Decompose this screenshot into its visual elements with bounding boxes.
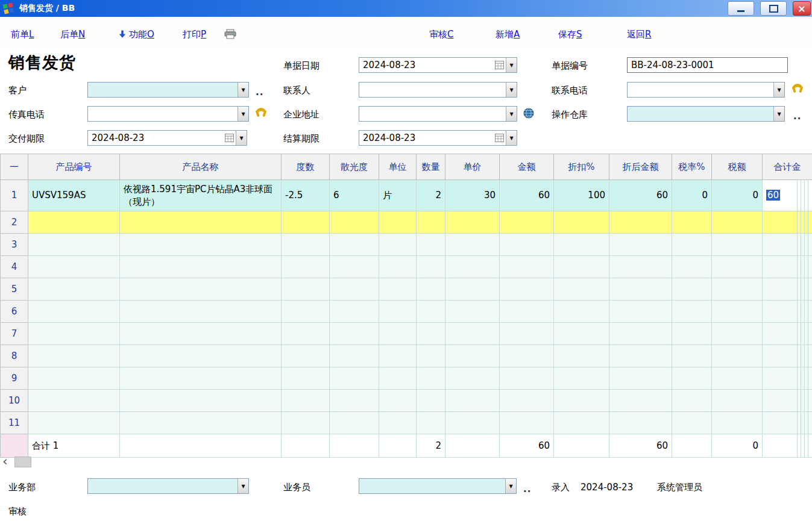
grid-cell[interactable]: 0	[712, 180, 763, 211]
grid-cell[interactable]	[120, 278, 282, 301]
grid-cell[interactable]	[417, 323, 445, 345]
grid-cell[interactable]	[445, 345, 500, 367]
dropdown-arrow-icon[interactable]: ▼	[773, 107, 784, 121]
return-button[interactable]: 返回R	[627, 29, 651, 40]
grid-cell[interactable]	[609, 211, 672, 234]
grid-cell[interactable]	[554, 367, 609, 390]
grid-cell[interactable]	[712, 412, 763, 434]
grid-cell[interactable]	[500, 211, 554, 234]
dropdown-arrow-icon[interactable]: ▼	[506, 107, 517, 121]
dropdown-arrow-icon[interactable]: ▼	[773, 83, 784, 97]
grid-cell[interactable]	[672, 367, 712, 390]
grid-cell[interactable]	[554, 323, 609, 345]
row-number-cell[interactable]: 10	[1, 390, 28, 412]
grid-cell[interactable]	[712, 278, 763, 301]
salesman-browse-button[interactable]: ..	[523, 484, 531, 494]
grid-cell[interactable]	[554, 345, 609, 367]
grid-cell[interactable]	[417, 301, 445, 323]
grid-cell[interactable]	[282, 367, 330, 390]
table-row[interactable]: 6	[1, 301, 812, 323]
grid-cell[interactable]	[379, 323, 417, 345]
grid-cell[interactable]	[609, 301, 672, 323]
grid-cell[interactable]	[445, 278, 500, 301]
grid-cell[interactable]	[808, 345, 812, 367]
dropdown-arrow-icon[interactable]: ▼	[506, 131, 517, 145]
maximize-button[interactable]	[760, 1, 787, 16]
grid-cell[interactable]	[808, 278, 812, 301]
col-header-product-name[interactable]: 产品名称	[120, 154, 282, 180]
grid-cell[interactable]	[500, 412, 554, 434]
grid-cell[interactable]	[808, 412, 812, 434]
grid-cell[interactable]	[120, 323, 282, 345]
fax-combo[interactable]: ▼	[87, 106, 249, 122]
grid-cell[interactable]	[379, 211, 417, 234]
grid-cell[interactable]	[763, 367, 798, 390]
grid-cell[interactable]	[763, 345, 798, 367]
col-header-qty[interactable]: 数量	[417, 154, 445, 180]
dropdown-arrow-icon[interactable]: ▼	[506, 58, 517, 72]
grid-cell[interactable]	[672, 211, 712, 234]
grid-cell[interactable]	[808, 180, 812, 211]
grid-cell[interactable]	[554, 278, 609, 301]
customer-browse-button[interactable]: ..	[256, 87, 263, 98]
grid-cell[interactable]	[763, 301, 798, 323]
grid-cell[interactable]	[282, 412, 330, 434]
phone-icon[interactable]	[254, 107, 268, 119]
grid-cell[interactable]: 6	[330, 180, 379, 211]
col-header-amount[interactable]: 金额	[500, 154, 554, 180]
salesman-combo[interactable]: ▼	[359, 478, 517, 494]
grid-cell[interactable]	[330, 256, 379, 278]
grid-cell[interactable]	[609, 256, 672, 278]
dropdown-arrow-icon[interactable]: ▼	[238, 479, 248, 493]
row-number-cell[interactable]: 1	[1, 180, 28, 211]
row-number-cell[interactable]: 2	[1, 211, 28, 234]
grid-cell[interactable]	[282, 323, 330, 345]
grid-cell[interactable]	[445, 301, 500, 323]
printer-icon[interactable]	[224, 29, 236, 39]
grid-cell[interactable]	[330, 390, 379, 412]
grid-cell[interactable]	[609, 323, 672, 345]
address-combo[interactable]: ▼	[359, 106, 517, 122]
grid-cell[interactable]	[330, 234, 379, 256]
grid-cell[interactable]	[379, 345, 417, 367]
col-header-grand-total[interactable]: 合计金	[763, 154, 812, 180]
grid-cell[interactable]	[330, 323, 379, 345]
grid-cell[interactable]	[282, 256, 330, 278]
grid-cell[interactable]	[28, 390, 120, 412]
row-number-cell[interactable]: 11	[1, 412, 28, 434]
grid-cell[interactable]	[330, 345, 379, 367]
table-row[interactable]: 8	[1, 345, 812, 367]
grid-cell[interactable]: 依视路1.591宇宙PC片钻晶A3非球面（现片）	[120, 180, 282, 211]
grid-cell[interactable]	[28, 278, 120, 301]
row-number-cell[interactable]: 4	[1, 256, 28, 278]
grid-cell[interactable]	[609, 390, 672, 412]
grid-cell[interactable]	[445, 323, 500, 345]
settlement-date-field[interactable]: 2024-08-23 ▼	[359, 130, 517, 146]
grid-cell[interactable]	[763, 323, 798, 345]
scroll-left-icon[interactable]: ‹	[2, 454, 8, 469]
grid-cell[interactable]	[763, 278, 798, 301]
grid-cell[interactable]: 100	[554, 180, 609, 211]
grid-cell[interactable]	[500, 301, 554, 323]
phone-icon[interactable]	[791, 83, 804, 95]
function-button[interactable]: 功能O	[129, 29, 154, 40]
contact-combo[interactable]: ▼	[359, 82, 517, 98]
col-header-tax-rate[interactable]: 税率%	[672, 154, 712, 180]
grid-cell[interactable]	[712, 234, 763, 256]
grid-cell[interactable]	[609, 234, 672, 256]
grid-cell[interactable]	[120, 256, 282, 278]
grid-cell[interactable]	[28, 367, 120, 390]
grid-cell[interactable]	[417, 278, 445, 301]
grid-cell[interactable]	[500, 367, 554, 390]
grid-cell[interactable]	[120, 301, 282, 323]
grid-cell[interactable]	[609, 345, 672, 367]
delivery-date-field[interactable]: 2024-08-23 ▼	[87, 130, 247, 146]
grid-cell[interactable]	[330, 367, 379, 390]
grid-cell[interactable]	[379, 301, 417, 323]
grid-cell[interactable]: 60	[763, 180, 798, 211]
grid-cell[interactable]	[379, 256, 417, 278]
grid-cell[interactable]	[763, 234, 798, 256]
grid-cell[interactable]	[445, 256, 500, 278]
grid-cell[interactable]	[28, 345, 120, 367]
save-button[interactable]: 保存S	[558, 29, 582, 40]
